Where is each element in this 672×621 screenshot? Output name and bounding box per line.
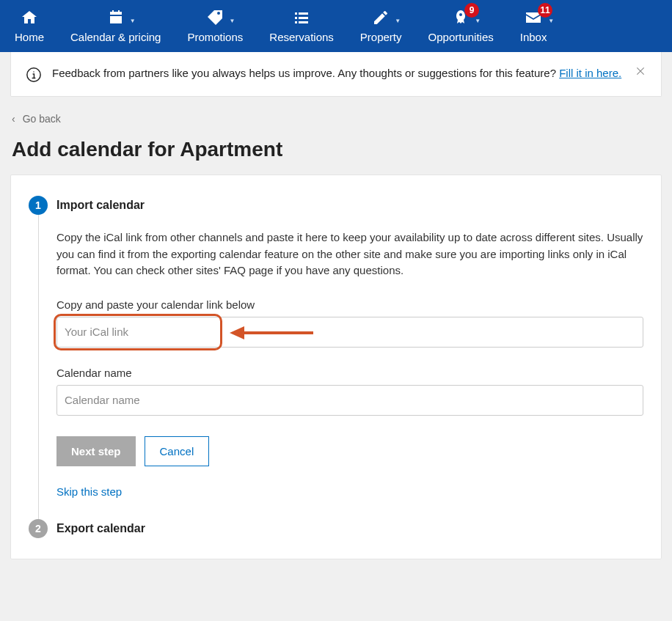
home-icon — [20, 9, 39, 26]
calendar-icon — [106, 9, 125, 26]
nav-reservations-label: Reservations — [269, 31, 334, 43]
nav-opportunities-label: Opportunities — [428, 31, 494, 43]
nav-home[interactable]: Home — [15, 7, 44, 43]
step-1-description: Copy the iCal link from other channels a… — [56, 229, 643, 279]
calendar-name-input[interactable] — [56, 385, 643, 416]
ical-link-input[interactable] — [56, 317, 643, 348]
chevron-left-icon: ‹ — [12, 113, 15, 125]
close-icon[interactable] — [635, 65, 646, 77]
page-content: Feedback from partners like you always h… — [0, 52, 672, 559]
feedback-text-body: Feedback from partners like you always h… — [52, 67, 559, 79]
tag-icon — [205, 9, 224, 26]
step-1-header: 1 Import calendar — [29, 196, 643, 215]
list-icon — [292, 9, 311, 26]
nav-property[interactable]: ▼ Property — [360, 7, 402, 43]
nav-inbox-label: Inbox — [520, 31, 547, 43]
opportunities-badge: 9 — [464, 3, 479, 18]
chevron-down-icon: ▼ — [395, 18, 401, 24]
top-nav: Home ▼ Calendar & pricing ▼ Promotions R… — [0, 0, 672, 52]
nav-promotions-label: Promotions — [187, 31, 243, 43]
step-2-header[interactable]: 2 Export calendar — [29, 519, 643, 538]
chevron-down-icon: ▼ — [130, 18, 136, 24]
wizard-card: 1 Import calendar Copy the iCal link fro… — [10, 174, 662, 559]
pencil-icon — [371, 9, 390, 26]
nav-inbox[interactable]: 11 ▼ Inbox — [520, 7, 547, 43]
page-title: Add calendar for Apartment — [0, 125, 672, 174]
next-step-button[interactable]: Next step — [56, 436, 136, 466]
step-1-title: Import calendar — [56, 199, 145, 212]
inbox-badge: 11 — [538, 3, 552, 18]
feedback-link[interactable]: Fill it in here. — [559, 67, 621, 79]
nav-property-label: Property — [360, 31, 402, 43]
feedback-banner: Feedback from partners like you always h… — [10, 52, 662, 97]
step-2-title: Export calendar — [56, 522, 145, 535]
nav-reservations[interactable]: Reservations — [269, 7, 334, 43]
cancel-button[interactable]: Cancel — [145, 436, 210, 466]
skip-step-link[interactable]: Skip this step — [56, 485, 122, 498]
nav-home-label: Home — [15, 31, 44, 43]
go-back-label: Go back — [23, 113, 61, 125]
nav-opportunities[interactable]: 9 ▼ Opportunities — [428, 7, 494, 43]
info-icon — [26, 67, 42, 83]
calendar-name-label: Calendar name — [56, 367, 643, 379]
step-2-number: 2 — [29, 519, 48, 538]
chevron-down-icon: ▼ — [548, 18, 554, 24]
go-back[interactable]: ‹ Go back — [0, 97, 672, 125]
chevron-down-icon: ▼ — [229, 18, 235, 24]
ical-link-label: Copy and paste your calendar link below — [56, 298, 643, 311]
chevron-down-icon: ▼ — [475, 18, 481, 24]
nav-calendar[interactable]: ▼ Calendar & pricing — [70, 7, 161, 43]
feedback-text: Feedback from partners like you always h… — [52, 65, 624, 81]
nav-promotions[interactable]: ▼ Promotions — [187, 7, 243, 43]
step-1-body: Copy the iCal link from other channels a… — [38, 215, 643, 519]
step-1-number: 1 — [29, 196, 48, 215]
nav-calendar-label: Calendar & pricing — [70, 31, 161, 43]
